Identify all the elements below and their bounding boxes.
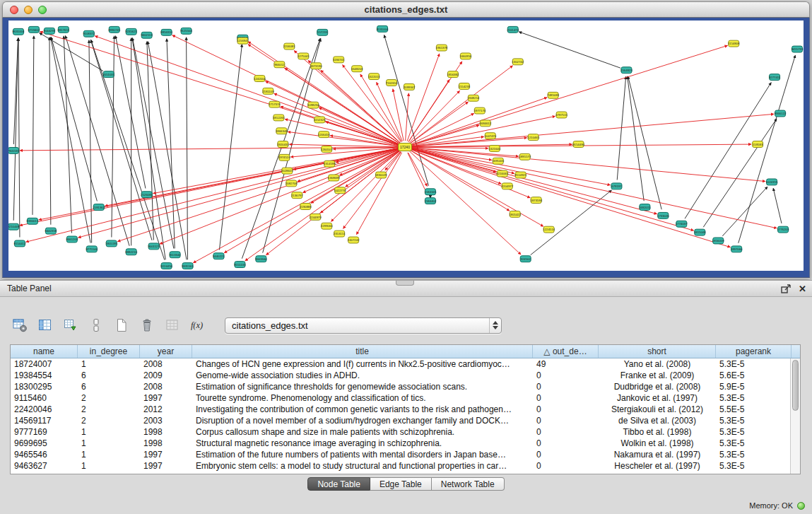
table-row[interactable]: 977716911998Corpus callosum shape and si… xyxy=(11,426,800,438)
graph-node[interactable]: 7905591 xyxy=(8,147,20,153)
graph-node[interactable]: 9224456 xyxy=(160,263,172,269)
graph-node[interactable]: 1733026 xyxy=(657,212,669,218)
graph-node[interactable]: 1776203 xyxy=(777,226,789,233)
graph-node[interactable]: 2299060 xyxy=(321,223,333,229)
graph-node[interactable]: 1368689 xyxy=(328,175,340,181)
graph-node[interactable]: 1691420 xyxy=(492,158,504,164)
graph-node[interactable]: 1873190 xyxy=(310,63,322,69)
graph-node[interactable]: 1815048 xyxy=(694,229,706,235)
column-header[interactable]: short xyxy=(599,345,716,358)
graph-node[interactable]: 1920433 xyxy=(277,141,289,148)
graph-node[interactable]: 9663344 xyxy=(255,256,267,262)
tab-network-table[interactable]: Network Table xyxy=(432,477,505,491)
graph-node[interactable]: 9366122 xyxy=(775,110,787,117)
new-column-button[interactable] xyxy=(112,316,131,335)
graph-node[interactable]: 1321640 xyxy=(488,146,500,152)
graph-node[interactable]: 8882210 xyxy=(125,249,137,255)
graph-node[interactable]: 1805422 xyxy=(509,211,521,217)
graph-node[interactable]: 1830029 xyxy=(375,172,387,178)
show-columns-button[interactable] xyxy=(35,316,54,335)
column-header[interactable]: year xyxy=(140,345,192,358)
graph-node[interactable]: 4787515 xyxy=(555,112,567,118)
table-row[interactable]: 1938455462009Genome-wide association stu… xyxy=(11,370,800,381)
graph-node[interactable]: 1584345 xyxy=(425,189,437,195)
graph-node[interactable]: 9113342 xyxy=(169,252,181,258)
graph-node[interactable]: 5905195 xyxy=(105,240,117,247)
scrollbar-thumb[interactable] xyxy=(792,360,799,411)
graph-node[interactable]: 1692015 xyxy=(639,204,651,211)
zoom-window-button[interactable] xyxy=(38,6,47,14)
window-titlebar[interactable]: citations_edges.txt xyxy=(2,1,810,18)
graph-node[interactable]: 1275041 xyxy=(298,53,310,59)
graph-node[interactable]: 1242004 xyxy=(254,76,266,82)
graph-node[interactable]: 9440221 xyxy=(213,253,225,259)
graph-node[interactable]: 2407242 xyxy=(348,237,360,243)
graph-node[interactable]: 2204977 xyxy=(501,183,513,189)
graph-node[interactable]: 17240 xyxy=(399,144,412,151)
graph-node[interactable]: 1856382 xyxy=(447,71,459,78)
graph-node[interactable]: 1961378 xyxy=(436,45,448,51)
graph-node[interactable]: 1206416 xyxy=(318,132,330,138)
graph-node[interactable]: 1591362 xyxy=(93,204,105,211)
delete-table-button[interactable] xyxy=(163,316,182,335)
graph-node[interactable]: 9108372 xyxy=(83,30,95,37)
graph-node[interactable]: 1757374 xyxy=(269,101,281,107)
graph-node[interactable]: 1154808 xyxy=(728,40,740,47)
graph-node[interactable]: 2216065 xyxy=(496,170,508,177)
graph-node[interactable]: 1184741 xyxy=(333,57,345,63)
graph-node[interactable]: 679197 xyxy=(611,183,622,189)
graph-node[interactable]: 1224514 xyxy=(543,226,555,233)
graph-node[interactable]: 9277411 xyxy=(769,74,781,81)
graph-node[interactable]: 9335561 xyxy=(182,263,194,269)
minimize-window-button[interactable] xyxy=(24,6,33,14)
graph-node[interactable]: 2190888 xyxy=(300,204,312,210)
graph-node[interactable]: 1216947 xyxy=(237,37,249,44)
table-row[interactable]: 911546021997Tourette syndrome. Phenomeno… xyxy=(11,392,800,404)
graph-node[interactable]: 8131004 xyxy=(377,25,389,32)
graph-node[interactable]: 1948214 xyxy=(467,95,479,101)
graph-node[interactable]: 1897060 xyxy=(731,246,743,252)
graph-node[interactable]: 8817651 xyxy=(58,26,70,33)
import-table-button[interactable] xyxy=(61,316,80,335)
graph-node[interactable]: 1098234 xyxy=(307,102,319,108)
delete-column-button[interactable] xyxy=(137,316,156,335)
graph-node[interactable]: 2136797 xyxy=(291,192,303,199)
graph-node[interactable]: 1422770 xyxy=(334,187,346,194)
graph-node[interactable]: 2244979 xyxy=(310,214,322,220)
table-row[interactable]: 1456911722003Disruption of a novel membe… xyxy=(11,415,800,426)
table-scrollbar[interactable] xyxy=(790,358,800,474)
graph-node[interactable]: 1977170 xyxy=(473,107,486,114)
graph-node[interactable]: 9235621 xyxy=(125,28,137,35)
table-row[interactable]: 969969511998Structural magnetic resonanc… xyxy=(11,438,800,449)
graph-node[interactable]: 9455733 xyxy=(792,46,804,52)
graph-node[interactable]: 7485083 xyxy=(547,92,559,98)
graph-node[interactable]: 2181109 xyxy=(262,88,274,94)
graph-node[interactable]: 1974524 xyxy=(278,154,290,160)
graph-node[interactable]: 8856310 xyxy=(160,29,172,35)
graph-node[interactable]: 159583 xyxy=(753,141,763,148)
graph-node[interactable]: 2206081 xyxy=(283,43,295,49)
graph-node[interactable]: 1152325 xyxy=(314,117,326,123)
graph-node[interactable]: 8631004 xyxy=(13,28,25,35)
tab-node-table[interactable]: Node Table xyxy=(307,477,370,491)
graph-node[interactable]: 1866342 xyxy=(276,128,288,134)
column-header[interactable]: △ out_de… xyxy=(533,345,599,358)
table-row[interactable]: 946362711997Embryonic stem cells: a mode… xyxy=(11,460,800,472)
graph-node[interactable]: 7162650 xyxy=(386,80,398,86)
graph-node[interactable]: 1024355 xyxy=(766,179,778,185)
graph-node[interactable]: 2051031 xyxy=(102,71,114,78)
graph-node[interactable]: 1812265 xyxy=(273,115,285,121)
graph-node[interactable]: 9402113 xyxy=(141,32,153,38)
table-row[interactable]: 1830029562008Estimation of significance … xyxy=(11,381,800,392)
graph-node[interactable]: 1684612 xyxy=(479,120,491,127)
graph-node[interactable]: 1047470 xyxy=(484,133,496,139)
graph-node[interactable]: 9154490 xyxy=(572,141,584,148)
graph-node[interactable]: 8442358 xyxy=(45,228,57,234)
graph-node[interactable]: 1260507 xyxy=(321,146,333,152)
column-header[interactable]: pagerank xyxy=(716,345,792,358)
graph-node[interactable]: 1554233 xyxy=(459,83,471,90)
graph-node[interactable]: 2353151 xyxy=(334,230,346,237)
graph-node[interactable]: 1210465 xyxy=(527,134,539,141)
graph-node[interactable]: 1564823 xyxy=(620,67,632,74)
panel-divider-handle[interactable] xyxy=(396,281,414,286)
